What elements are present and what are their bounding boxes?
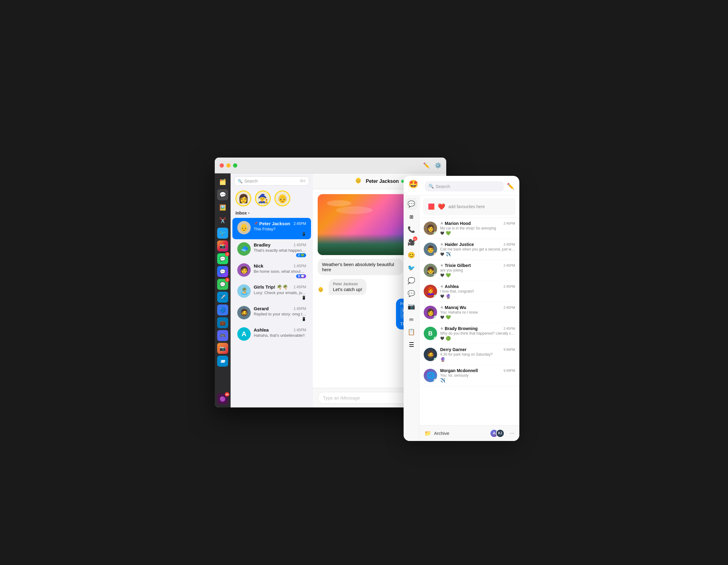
sidebar-item-media[interactable]: 🖼️ xyxy=(217,202,228,213)
compose-icon[interactable]: ✏️ xyxy=(507,182,514,190)
right-convo-item-haider[interactable]: 👨 ★ Haider Justice 2:45PM Ca xyxy=(419,239,519,260)
chevron-down-icon[interactable]: ▾ xyxy=(248,211,250,215)
right-convo-item-brady[interactable]: B ★ Brady Browning 2:45PM Why xyxy=(419,323,519,344)
sidebar-item-telegram2[interactable]: 📨 xyxy=(217,356,228,367)
sidebar-item-linkedin[interactable]: 💼 xyxy=(217,317,228,328)
conversation-item-nick[interactable]: 🧑 Nick 1:45PM Be home soon, what should … xyxy=(232,260,311,281)
story-avatar-1[interactable]: 👩 xyxy=(235,190,251,206)
conversation-item-gerard[interactable]: 🧔 Gerard 1:45PM Replied to your story: o… xyxy=(232,303,311,324)
convo-name: Ashlea xyxy=(254,327,269,333)
star-icon: ★ xyxy=(440,284,444,289)
archive-bar[interactable]: 📁 Archive A KJ ··· xyxy=(419,425,519,441)
all-messages-button[interactable]: 💬 xyxy=(406,198,417,210)
notes-button[interactable]: 📋 xyxy=(406,326,417,338)
avatar-ashlea: 👩‍🦰 xyxy=(424,285,437,298)
online-indicator xyxy=(434,379,437,382)
phone-button[interactable]: 📞 xyxy=(406,224,417,235)
favourites-card: 🖼️ ❤️ add favourites here xyxy=(423,198,516,215)
story-avatar-3[interactable]: 👴 xyxy=(274,190,290,206)
right-convo-item-ashlea[interactable]: 👩‍🦰 ★ Ashlea 2:45PM I love xyxy=(419,281,519,302)
right-convo-item-marion[interactable]: 👩 ★ Marion Hood 2:45PM My ca xyxy=(419,218,519,239)
imessage-icon: 💬 xyxy=(220,281,226,288)
message-avatar-peter: 👴 xyxy=(318,287,326,295)
online-indicator xyxy=(434,358,437,361)
sidebar-item-twitter[interactable]: 🐦 xyxy=(217,228,228,238)
convo-time: 1:45PM xyxy=(294,328,306,332)
minimize-button[interactable] xyxy=(226,163,231,168)
search-icon: 🔍 xyxy=(429,184,434,189)
convo-footer: ✈️ xyxy=(440,378,515,383)
conversation-item-ashlea[interactable]: A Ashlea 1:45PM Hahaha, that's unbelieva… xyxy=(232,324,311,344)
compose-icon[interactable]: ✏️ xyxy=(423,162,430,169)
sidebar-item-whatsapp[interactable]: 💬 2 xyxy=(217,253,228,264)
sidebar-item-instagram2[interactable]: 📷 xyxy=(217,343,228,354)
convo-preview: 4.30 for park hang on Saturday? xyxy=(440,352,515,357)
conversation-item-bradley[interactable]: 🧢 Bradley 1:45PM That's exactly what hap… xyxy=(232,239,311,260)
close-button[interactable] xyxy=(220,163,224,168)
sidebar-item-signal[interactable]: 🔵 xyxy=(217,305,228,316)
star-icon: ★ xyxy=(440,263,444,267)
convo-preview: are you joking xyxy=(440,268,515,272)
quote-button[interactable]: 💭 xyxy=(406,275,417,287)
sidebar-item-slack[interactable]: 🟣 99 xyxy=(217,394,228,404)
settings-icon[interactable]: ⚙️ xyxy=(435,162,441,169)
avatar-marion: 👩 xyxy=(424,221,437,235)
sidebar-item-messages[interactable]: 💬 xyxy=(217,189,228,200)
panel-search[interactable]: 🔍 Search xyxy=(425,181,504,191)
story-avatar-2[interactable]: 🧙 xyxy=(255,190,271,206)
imessage-badge: 3 xyxy=(225,277,229,282)
sidebar-item-layers[interactable]: 🗂️ xyxy=(217,176,228,187)
imessage-platform-icon: 🟢 xyxy=(446,336,451,341)
convo-preview: Hahaha, that's unbelievable!! xyxy=(254,333,306,338)
scissors-icon: ✂️ xyxy=(219,217,226,224)
panel-user-avatar[interactable]: 🤩 xyxy=(408,179,422,193)
sidebar-item-edit[interactable]: ✂️ xyxy=(217,215,228,226)
whatsapp-platform-icon: 💚 xyxy=(446,273,451,277)
right-convo-item-trixie[interactable]: 👧 ★ Trixie Gilbert 2:45PM ar xyxy=(419,260,519,281)
messenger-button[interactable]: 💬 xyxy=(406,288,417,299)
convo-footer: 9 💬 xyxy=(254,274,306,278)
unread-badge: 9 💬 xyxy=(296,274,306,278)
platform-icon: 📱 xyxy=(302,232,306,236)
chat-contact-avatar: 👴 xyxy=(355,177,363,185)
online-indicator xyxy=(434,295,437,298)
convo-footer: 🖤 💚 xyxy=(440,315,515,320)
camera-button[interactable]: 📷 xyxy=(406,301,417,312)
titlebar-actions: ✏️ ⚙️ xyxy=(423,162,441,169)
sidebar-item-telegram[interactable]: ✈️ xyxy=(217,292,228,303)
list-button[interactable]: ☰ xyxy=(406,339,417,351)
grid-button[interactable]: ⊞ xyxy=(406,211,417,222)
sidebar-item-imessage[interactable]: 💬 3 xyxy=(217,279,228,290)
image-icon: 🖼️ xyxy=(219,204,226,211)
avatar-morgan: 🌐 xyxy=(424,369,437,382)
bird-icon: 🐦 xyxy=(408,264,415,271)
search-bar[interactable]: 🔍 Search ⌘K xyxy=(234,176,309,185)
convo-name: Nick xyxy=(254,263,263,268)
traffic-lights xyxy=(220,163,237,168)
convo-name: ★ Haider Justice xyxy=(440,242,474,247)
right-convo-item-derry[interactable]: 🧔 Derry Garner 9:99PM 4.30 for park hang… xyxy=(419,344,519,365)
avatar-girls-trip: 🏝️ xyxy=(237,284,251,298)
m-button[interactable]: m xyxy=(406,313,417,325)
online-indicator xyxy=(434,252,437,256)
sidebar-item-discord[interactable]: 🎮 xyxy=(217,330,228,341)
twitter-button[interactable]: 🐦 xyxy=(406,262,417,274)
video-button[interactable]: 🎥 12 xyxy=(406,236,417,248)
star-icon: ★ xyxy=(440,242,444,246)
conversation-item-girls-trip[interactable]: 🏝️ Girls Trip! 🌴🌴 1:45PM Lucy: Check you… xyxy=(232,281,311,303)
right-convo-item-manraj[interactable]: 👩 ★ Manraj Wu 2:45PM You: Ha xyxy=(419,302,519,323)
convo-content-nick: Nick 1:45PM Be home soon, what should we… xyxy=(254,263,306,278)
convo-footer: 🔮 xyxy=(440,357,515,362)
right-convo-item-morgan[interactable]: 🌐 Morgan Mcdonnell 9:99PM You: lol, seri… xyxy=(419,365,519,386)
more-options-icon[interactable]: ··· xyxy=(510,430,514,436)
emoji-button[interactable]: 😊 xyxy=(406,249,417,261)
right-panel-content: 🖼️ ❤️ add favourites here 👩 xyxy=(419,196,519,441)
sidebar-item-messenger[interactable]: 💬 xyxy=(217,266,228,277)
sidebar-item-instagram[interactable]: 📸 xyxy=(217,240,228,251)
convo-name: 📌 Peter Jackson xyxy=(254,221,290,226)
search-input[interactable]: Search xyxy=(244,178,298,183)
convo-name: ★ Trixie Gilbert xyxy=(440,263,471,268)
maximize-button[interactable] xyxy=(233,163,237,168)
convo-time: 1:45PM xyxy=(294,307,306,311)
conversation-item-peter-jackson[interactable]: 👴 📌 Peter Jackson 2:45PM This Friday? xyxy=(232,218,311,239)
